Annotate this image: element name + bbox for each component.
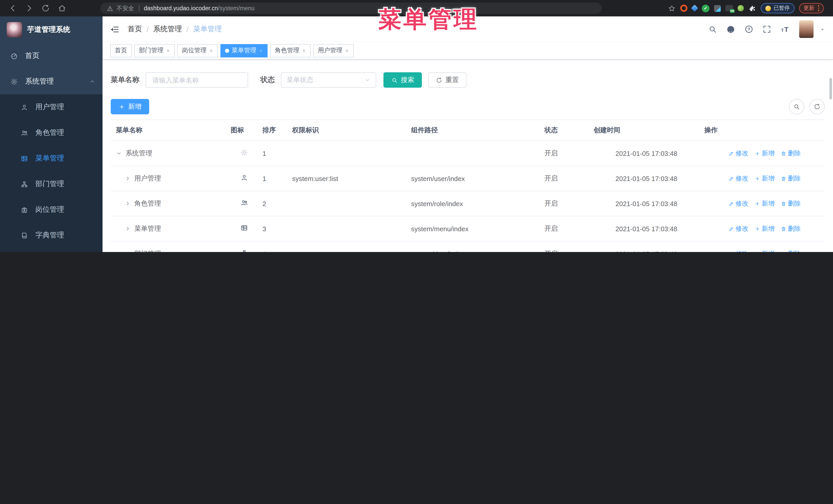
status-value: 开启 <box>539 166 589 191</box>
plus-icon <box>755 150 760 156</box>
edit-link[interactable]: 修改 <box>729 249 748 252</box>
tab-5[interactable]: 用户管理 <box>313 44 354 57</box>
trash-icon <box>781 251 786 252</box>
menu-name-input[interactable] <box>146 72 248 88</box>
extension-grid-icon[interactable] <box>714 5 721 11</box>
navbar: 首页/系统管理/菜单管理 <box>102 17 833 42</box>
filter-form: 菜单名称 状态 菜单状态 搜索 重置 <box>111 72 825 88</box>
expand-closed-icon[interactable] <box>124 200 131 207</box>
sidebar-item-8[interactable]: 通知公告 <box>0 248 102 252</box>
sidebar-item-label: 角色管理 <box>35 128 95 137</box>
expand-open-icon[interactable] <box>116 150 122 157</box>
bookmark-star-icon[interactable] <box>668 4 675 12</box>
column-header-2: 排序 <box>257 120 287 141</box>
tab-label: 岗位管理 <box>182 46 207 55</box>
close-icon[interactable] <box>345 48 349 52</box>
close-icon[interactable] <box>259 48 263 52</box>
scrollbar-thumb[interactable] <box>829 78 832 99</box>
breadcrumb-item-1[interactable]: 系统管理 <box>153 25 182 34</box>
tab-label: 角色管理 <box>275 46 300 55</box>
sidebar-item-7[interactable]: 字典管理 <box>0 222 102 248</box>
delete-link[interactable]: 删除 <box>781 249 801 252</box>
browser-forward-icon[interactable] <box>25 4 34 13</box>
font-size-icon[interactable] <box>780 24 790 34</box>
extension-sprout-icon[interactable] <box>738 5 744 11</box>
edit-link[interactable]: 修改 <box>729 174 748 183</box>
sidebar-item-0[interactable]: 首页 <box>0 43 102 69</box>
add-child-link[interactable]: 新增 <box>755 174 775 183</box>
search-icon[interactable] <box>708 25 717 34</box>
expand-closed-icon[interactable] <box>124 251 131 252</box>
sidebar-header: 芋道管理系统 <box>0 17 102 43</box>
tab-4[interactable]: 角色管理 <box>270 44 311 57</box>
profile-paused-chip[interactable]: 已暂停 <box>761 3 794 13</box>
browser-reload-icon[interactable] <box>41 4 50 13</box>
sidebar-item-label: 菜单管理 <box>35 154 95 163</box>
sidebar-item-1[interactable]: 系统管理 <box>0 69 102 94</box>
add-child-link[interactable]: 新增 <box>755 199 775 208</box>
close-icon[interactable] <box>166 48 170 52</box>
profile-emoji-icon <box>765 5 771 11</box>
github-icon[interactable] <box>726 24 736 34</box>
extension-gem-icon[interactable] <box>691 5 698 12</box>
plus-icon <box>755 251 760 252</box>
tab-1[interactable]: 部门管理 <box>134 44 175 57</box>
edit-link[interactable]: 修改 <box>729 224 748 233</box>
chrome-update-menu[interactable]: 更新 <box>799 3 824 13</box>
help-icon[interactable] <box>744 25 754 34</box>
close-icon[interactable] <box>302 48 306 52</box>
menu-name: 用户管理 <box>134 174 161 183</box>
search-button[interactable]: 搜索 <box>383 72 422 88</box>
extension-on-icon[interactable]: on <box>725 5 733 11</box>
url-path: /system/menu <box>218 5 255 11</box>
create-time: 2021-01-05 17:03:48 <box>589 191 699 216</box>
tab-0[interactable]: 首页 <box>110 44 132 57</box>
edit-link[interactable]: 修改 <box>729 149 748 158</box>
fullscreen-icon[interactable] <box>762 25 771 34</box>
tags-view-bar: 首页部门管理岗位管理菜单管理角色管理用户管理 <box>102 42 833 59</box>
address-bar[interactable]: 不安全 dashboard.yudao.iocoder.cn/system/me… <box>100 3 602 14</box>
delete-link[interactable]: 删除 <box>781 199 801 208</box>
create-time: 2021-01-05 17:03:48 <box>589 216 699 241</box>
insecure-label: 不安全 <box>116 4 134 12</box>
delete-link[interactable]: 删除 <box>781 149 801 158</box>
avatar[interactable] <box>799 21 813 38</box>
sidebar-item-4[interactable]: 菜单管理 <box>0 146 102 171</box>
sort-value: 4 <box>257 241 287 252</box>
add-child-link[interactable]: 新增 <box>755 149 775 158</box>
add-child-link[interactable]: 新增 <box>755 249 775 252</box>
show-search-button[interactable] <box>789 99 804 114</box>
status-label: 状态 <box>260 75 275 85</box>
tab-2[interactable]: 岗位管理 <box>177 44 218 57</box>
breadcrumb-item-0[interactable]: 首页 <box>128 25 142 34</box>
user-caret-down-icon[interactable] <box>819 26 826 32</box>
extension-check-icon[interactable]: ✓ <box>702 4 710 12</box>
tab-label: 部门管理 <box>139 46 164 55</box>
sidebar-item-3[interactable]: 角色管理 <box>0 120 102 146</box>
delete-link[interactable]: 删除 <box>781 224 801 233</box>
expand-closed-icon[interactable] <box>124 225 131 232</box>
sidebar-item-label: 岗位管理 <box>35 205 95 214</box>
sidebar-item-5[interactable]: 部门管理 <box>0 171 102 197</box>
sidebar-item-6[interactable]: 岗位管理 <box>0 197 102 222</box>
refresh-button[interactable] <box>809 99 825 114</box>
update-label: 更新 <box>804 5 814 12</box>
expand-closed-icon[interactable] <box>124 175 131 182</box>
sidebar-item-2[interactable]: 用户管理 <box>0 94 102 120</box>
add-button[interactable]: 新增 <box>111 99 149 114</box>
tab-3[interactable]: 菜单管理 <box>220 44 268 57</box>
user-icon <box>240 174 248 182</box>
edit-link[interactable]: 修改 <box>729 199 748 208</box>
browser-back-icon[interactable] <box>8 4 18 13</box>
extension-ubuntu-icon[interactable] <box>680 5 687 12</box>
browser-home-icon[interactable] <box>57 4 67 13</box>
reset-button[interactable]: 重置 <box>428 72 467 88</box>
delete-link[interactable]: 删除 <box>781 174 801 183</box>
add-child-link[interactable]: 新增 <box>755 224 775 233</box>
extensions-bar: ✓ on 已暂停 更新 <box>668 0 824 17</box>
screen: 不安全 dashboard.yudao.iocoder.cn/system/me… <box>0 0 833 252</box>
close-icon[interactable] <box>209 48 213 52</box>
extensions-puzzle-icon[interactable] <box>748 4 756 12</box>
sidebar-collapse-icon[interactable] <box>110 24 119 34</box>
status-select[interactable]: 菜单状态 <box>281 72 376 88</box>
